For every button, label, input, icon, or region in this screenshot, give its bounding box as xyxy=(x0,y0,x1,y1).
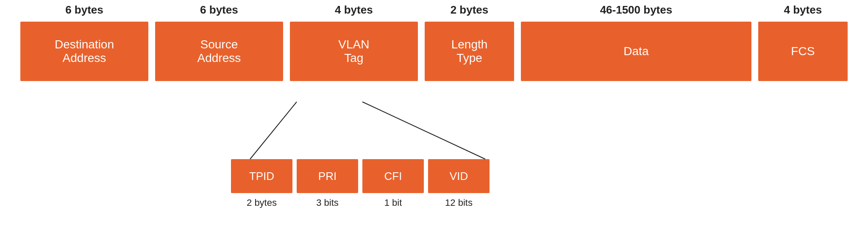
cfi-sublabel: 1 bit xyxy=(384,197,402,208)
lt-bytes-label: 2 bytes xyxy=(451,3,489,17)
sub-field-pri: PRI 3 bits xyxy=(295,159,360,208)
field-data: 46-1500 bytes Data xyxy=(517,0,754,102)
ethernet-frame-diagram: 6 bytes DestinationAddress 6 bytes Sourc… xyxy=(0,0,868,244)
vid-sublabel: 12 bits xyxy=(445,197,473,208)
svg-line-1 xyxy=(362,102,485,159)
vlan-box: VLANTag xyxy=(290,22,418,81)
src-bytes-label: 6 bytes xyxy=(200,3,238,17)
bottom-row: TPID 2 bytes PRI 3 bits CFI 1 bit VID 12… xyxy=(229,159,492,208)
sub-field-vid: VID 12 bits xyxy=(426,159,492,208)
cfi-box: CFI xyxy=(362,159,424,193)
dest-bytes-label: 6 bytes xyxy=(65,3,103,17)
top-row: 6 bytes DestinationAddress 6 bytes Sourc… xyxy=(17,0,851,102)
tpid-sublabel: 2 bytes xyxy=(247,197,277,208)
tpid-box: TPID xyxy=(231,159,292,193)
tpid-label: TPID xyxy=(249,170,274,183)
vlan-bytes-label: 4 bytes xyxy=(335,3,373,17)
field-length-type: 2 bytes LengthType xyxy=(421,0,517,102)
dest-box: DestinationAddress xyxy=(20,22,148,81)
pri-label: PRI xyxy=(318,170,337,183)
pri-sublabel: 3 bits xyxy=(316,197,339,208)
pri-box: PRI xyxy=(297,159,358,193)
fcs-box: FCS xyxy=(758,22,848,81)
data-box: Data xyxy=(521,22,751,81)
svg-line-0 xyxy=(250,102,297,159)
field-vlan: 4 bytes VLANTag xyxy=(287,0,421,102)
src-box: SourceAddress xyxy=(155,22,283,81)
cfi-label: CFI xyxy=(384,170,402,183)
lt-box: LengthType xyxy=(425,22,514,81)
fcs-bytes-label: 4 bytes xyxy=(784,3,822,17)
field-source: 6 bytes SourceAddress xyxy=(152,0,287,102)
vid-box: VID xyxy=(428,159,490,193)
data-bytes-label: 46-1500 bytes xyxy=(600,3,673,17)
sub-field-tpid: TPID 2 bytes xyxy=(229,159,295,208)
field-fcs: 4 bytes FCS xyxy=(755,0,851,102)
vid-label: VID xyxy=(450,170,468,183)
field-destination: 6 bytes DestinationAddress xyxy=(17,0,152,102)
sub-field-cfi: CFI 1 bit xyxy=(360,159,426,208)
